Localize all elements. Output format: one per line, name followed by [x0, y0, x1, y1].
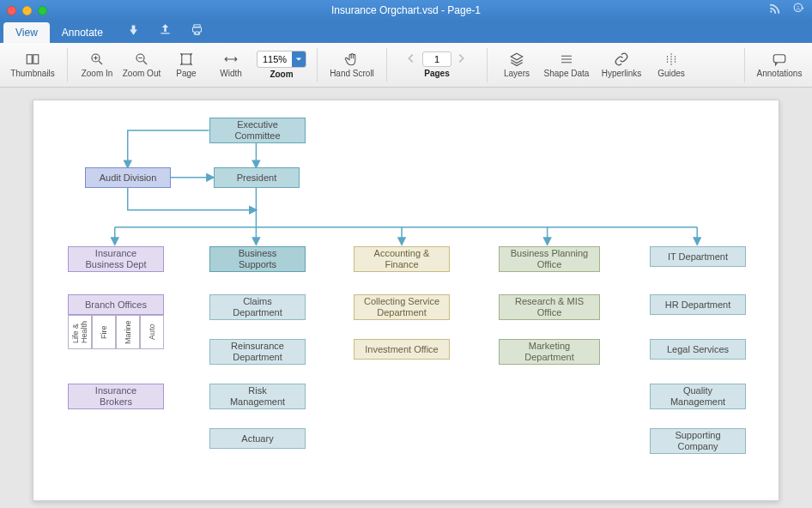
zoom-input[interactable] [258, 54, 292, 64]
rss-icon[interactable] [769, 3, 781, 18]
share-icon[interactable] [159, 23, 172, 39]
window-titlebar: Insurance Orgchart.vsd - Page-1 [0, 0, 812, 21]
node-research-mis[interactable]: Research & MISOffice [499, 294, 600, 320]
node-executive-committee[interactable]: ExecutiveCommittee [209, 118, 306, 143]
svg-rect-3 [33, 55, 39, 64]
zoom-combo[interactable] [257, 51, 306, 68]
node-investment-office[interactable]: Investment Office [354, 339, 450, 360]
svg-rect-6 [182, 54, 191, 64]
hyperlinks-button[interactable]: Hyperlinks [596, 45, 647, 85]
node-branch-auto[interactable]: Auto [140, 315, 164, 349]
hand-scroll-button[interactable]: Hand Scroll [326, 45, 378, 85]
print-icon[interactable] [191, 23, 203, 39]
document-page[interactable]: ExecutiveCommittee Audit Division Presid… [33, 100, 779, 501]
document-workspace[interactable]: ExecutiveCommittee Audit Division Presid… [0, 88, 812, 508]
node-legal-services[interactable]: Legal Services [650, 339, 746, 360]
guides-button[interactable]: Guides [651, 45, 692, 85]
node-quality-management[interactable]: QualityManagement [650, 384, 746, 409]
window-title: Insurance Orgchart.vsd - Page-1 [0, 4, 812, 16]
prev-page-button[interactable] [405, 52, 419, 66]
export-pdf-icon[interactable] [127, 23, 140, 39]
node-branch-marine[interactable]: Marine [116, 315, 140, 349]
zoom-page-label: Page [176, 69, 196, 78]
node-business-planning-office[interactable]: Business PlanningOffice [499, 246, 600, 272]
zoom-label: Zoom [270, 70, 293, 79]
zoom-in-button[interactable]: Zoom In [76, 45, 118, 85]
svg-point-0 [794, 3, 802, 11]
node-collecting-service[interactable]: Collecting ServiceDepartment [354, 294, 450, 320]
node-branch-life-health[interactable]: Life &Health [68, 315, 92, 349]
layers-button[interactable]: Layers [496, 45, 537, 85]
node-claims-department[interactable]: ClaimsDepartment [209, 294, 306, 320]
node-actuary[interactable]: Actuary [209, 428, 306, 449]
shape-data-label: Shape Data [544, 69, 590, 78]
tab-annotate[interactable]: Annotate [50, 22, 115, 43]
annotations-label: Annotations [757, 69, 803, 78]
node-business-supports[interactable]: BusinessSupports [209, 246, 306, 272]
hyperlinks-label: Hyperlinks [602, 69, 642, 78]
zoom-dropdown-icon[interactable] [292, 51, 306, 67]
user-menu-icon[interactable] [793, 3, 805, 18]
node-reinsurance[interactable]: ReinsuranceDepartment [209, 339, 306, 365]
node-hr-department[interactable]: HR Department [650, 294, 746, 315]
pages-group: Pages [396, 45, 478, 85]
node-audit-division[interactable]: Audit Division [85, 167, 171, 188]
page-number-input[interactable] [422, 51, 451, 67]
zoom-in-label: Zoom In [82, 69, 113, 78]
node-supporting-company[interactable]: SupportingCompany [650, 428, 746, 454]
zoom-out-label: Zoom Out [123, 69, 161, 78]
tab-view[interactable]: View [3, 22, 50, 43]
hand-scroll-label: Hand Scroll [330, 69, 374, 78]
node-accounting-finance[interactable]: Accounting &Finance [354, 246, 450, 272]
next-page-button[interactable] [455, 52, 469, 66]
annotations-button[interactable]: Annotations [754, 45, 805, 85]
zoom-width-button[interactable]: Width [210, 45, 251, 85]
node-branch-fire[interactable]: Fire [92, 315, 116, 349]
svg-rect-2 [27, 55, 32, 64]
pages-label: Pages [424, 69, 449, 78]
zoom-width-label: Width [220, 69, 242, 78]
zoom-page-button[interactable]: Page [166, 45, 207, 85]
thumbnails-button[interactable]: Thumbnails [7, 45, 58, 85]
shape-data-button[interactable]: Shape Data [541, 45, 592, 85]
zoom-value-group: Zoom [255, 45, 308, 85]
node-marketing-department[interactable]: MarketingDepartment [499, 339, 600, 365]
node-president[interactable]: President [214, 167, 300, 188]
toolbar: Thumbnails Zoom In Zoom Out Page Width Z… [0, 43, 812, 88]
node-it-department[interactable]: IT Department [650, 246, 746, 267]
svg-point-1 [797, 6, 799, 8]
node-branch-offices[interactable]: Branch Offices [68, 294, 164, 315]
node-risk-management[interactable]: RiskManagement [209, 384, 306, 409]
zoom-out-button[interactable]: Zoom Out [121, 45, 162, 85]
guides-label: Guides [657, 69, 685, 78]
node-insurance-business-dept[interactable]: InsuranceBusiness Dept [68, 246, 164, 272]
thumbnails-label: Thumbnails [10, 69, 55, 78]
layers-label: Layers [504, 69, 530, 78]
node-insurance-brokers[interactable]: InsuranceBrokers [68, 384, 164, 409]
ribbon-tabs: View Annotate [0, 21, 812, 43]
svg-rect-7 [773, 55, 785, 63]
